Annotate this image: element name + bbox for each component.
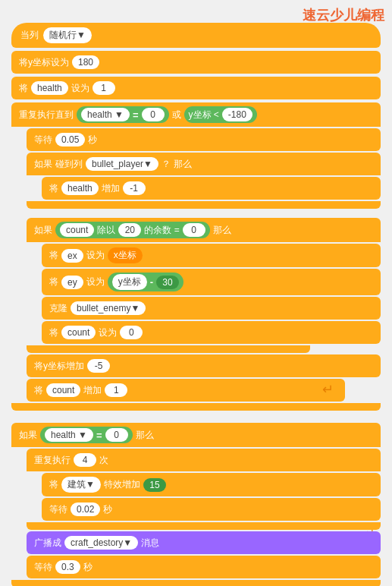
if-count-footer [27, 345, 310, 353]
if-touching-label: 如果 [34, 158, 52, 171]
count-mod-op: count 除以 20 的余数 = 0 [55, 222, 210, 238]
health-init-val[interactable]: 1 [93, 81, 115, 95]
ex-val-pill[interactable]: x坐标 [108, 247, 143, 263]
set-count-block: 将 count 设为 0 [42, 321, 381, 344]
broadcast-action: 消息 [141, 537, 159, 550]
if3-label: 如果 [19, 429, 37, 442]
clone-block: 克隆 bullet_enemy▼ [42, 297, 381, 320]
health-eq-op: health ▼ = 0 [77, 106, 169, 123]
wait-label-1: 等待 [34, 134, 52, 146]
if-count-body: 将 ex 设为 x坐标 将 ey 设为 y坐标 - 30 [42, 244, 381, 344]
set-y-label: 将y坐标设为 [19, 56, 69, 69]
broadcast-label: 广播成 [34, 537, 61, 550]
wait-val-1[interactable]: 0.05 [55, 133, 85, 146]
if-count-block: 如果 count 除以 20 的余数 = 0 那么 将 ex 设 [27, 218, 381, 353]
event-label: 当列 [20, 29, 39, 42]
set-label2: 设为 [86, 249, 105, 262]
set-y-block: 将y坐标设为 180 [11, 51, 381, 74]
ey-var-pill[interactable]: ey [61, 276, 83, 289]
set-var-label: 将 [19, 82, 28, 95]
wait-block-1: 等待 0.05 秒 [27, 128, 381, 151]
repeat-until-body: 等待 0.05 秒 如果 碰到列 bullet_player▼ ？ 那么 将 [27, 128, 381, 402]
wait3-val[interactable]: 0.3 [55, 560, 80, 574]
set-label4: 设为 [99, 326, 117, 339]
health-add-var[interactable]: health [61, 181, 99, 195]
count-var-pill[interactable]: count [61, 326, 96, 339]
ex-var-pill[interactable]: ex [61, 249, 83, 263]
if-health-block: 如果 health ▼ = 0 那么 重复执行 4 次 将 [11, 423, 381, 586]
y-change-label: 将y坐标增加 [34, 360, 84, 373]
count-add-val[interactable]: 1 [105, 383, 127, 397]
repeat4-block: 重复执行 4 次 将 建筑▼ 特效增加 15 等待 0.02 [27, 449, 381, 530]
repeat4-label: 重复执行 [34, 454, 71, 467]
count-var2-pill[interactable]: count [46, 383, 80, 397]
event-block: 当列 随机行▼ [11, 23, 381, 48]
y-lt-op: y坐标 < -180 [184, 106, 257, 123]
repeat4-val[interactable]: 4 [74, 453, 96, 467]
set-score-label: 将 [49, 478, 58, 491]
clone-target-pill[interactable]: bullet_enemy▼ [71, 301, 146, 315]
health-add-block: 将 health 增加 -1 [42, 177, 381, 200]
wait2-val[interactable]: 0.02 [71, 503, 100, 516]
wait3-label: 等待 [34, 561, 52, 574]
health-eq-0-op: health ▼ = 0 [40, 427, 133, 443]
ey-num[interactable]: 30 [156, 276, 179, 289]
repeat4-header: 重复执行 4 次 [27, 449, 381, 471]
logo: 速云少儿编程 [303, 6, 384, 24]
y-change-val[interactable]: -5 [87, 359, 110, 373]
health-add-label: 将 [49, 182, 58, 195]
if-health-header: 如果 health ▼ = 0 那么 [11, 423, 381, 447]
set-y-value[interactable]: 180 [72, 55, 99, 69]
broadcast-val-pill[interactable]: craft_destory▼ [64, 536, 138, 550]
wait2-label: 等待 [49, 503, 67, 516]
set-label3: 设为 [86, 276, 105, 288]
health-eq-var[interactable]: health ▼ [45, 428, 93, 442]
health-eq-val[interactable]: 0 [105, 428, 128, 442]
set-count-label: 将 [49, 326, 58, 339]
wait3-block: 等待 0.3 秒 [27, 556, 381, 578]
count-mod-var[interactable]: count [60, 223, 94, 237]
mod-symbol: 除以 [97, 224, 115, 237]
set-ex-label: 将 [49, 249, 58, 262]
if2-label: 如果 [34, 224, 52, 237]
health-add-val[interactable]: -1 [123, 181, 146, 195]
if-touching-header: 如果 碰到列 bullet_player▼ ？ 那么 [27, 153, 381, 175]
broadcast-block: 广播成 craft_destory▼ 消息 [27, 531, 381, 554]
repeat4-body: 将 建筑▼ 特效增加 15 等待 0.02 秒 [42, 473, 381, 521]
y-change-block: 将y坐标增加 -5 [27, 354, 381, 377]
repeat4-unit: 次 [99, 454, 108, 467]
y-lt-val[interactable]: -180 [222, 108, 252, 121]
ey-val-y: y坐标 [112, 274, 147, 290]
health-cond-val[interactable]: 0 [142, 108, 165, 121]
health-cond-var[interactable]: health ▼ [81, 108, 130, 121]
bullet-player-pill[interactable]: bullet_player▼ [86, 157, 158, 171]
set-val-label: 设为 [71, 82, 89, 95]
repeat4-footer: ↵ [27, 522, 381, 530]
or-label: 或 [172, 109, 181, 121]
count-add-block: 将 count 增加 1 ↵ [27, 379, 345, 402]
add-label: 增加 [102, 182, 120, 195]
score-var-pill[interactable]: 建筑▼ [61, 477, 101, 493]
set-ex-block: 将 ex 设为 x坐标 [42, 244, 381, 267]
touching-dropdown: 碰到列 [55, 158, 83, 171]
clone-label: 克隆 [49, 302, 67, 315]
if-touching-footer [27, 201, 381, 209]
loop-arrow-icon: ↵ [322, 381, 334, 398]
repeat-until-header: 重复执行直到 health ▼ = 0 或 y坐标 < -180 [11, 102, 381, 127]
then-label: 那么 [174, 158, 192, 171]
wait-unit-1: 秒 [88, 134, 97, 146]
event-dropdown[interactable]: 随机行▼ [43, 27, 92, 43]
mod-val[interactable]: 20 [118, 223, 141, 237]
health-var-pill[interactable]: health [31, 81, 68, 95]
if-count-header: 如果 count 除以 20 的余数 = 0 那么 [27, 218, 381, 242]
count-val[interactable]: 0 [120, 326, 143, 339]
score-add-val[interactable]: 15 [143, 478, 166, 492]
set-ey-label: 将 [49, 276, 58, 288]
count-add-label: 将 [34, 384, 43, 397]
mod-result-label: 的余数 = [144, 224, 179, 237]
repeat-until-block: 重复执行直到 health ▼ = 0 或 y坐标 < -180 等待 0.05… [11, 102, 381, 411]
mod-result-val[interactable]: 0 [183, 223, 205, 237]
then2-label: 那么 [213, 224, 231, 237]
wait2-unit: 秒 [103, 503, 112, 516]
if-health-footer [11, 580, 381, 586]
